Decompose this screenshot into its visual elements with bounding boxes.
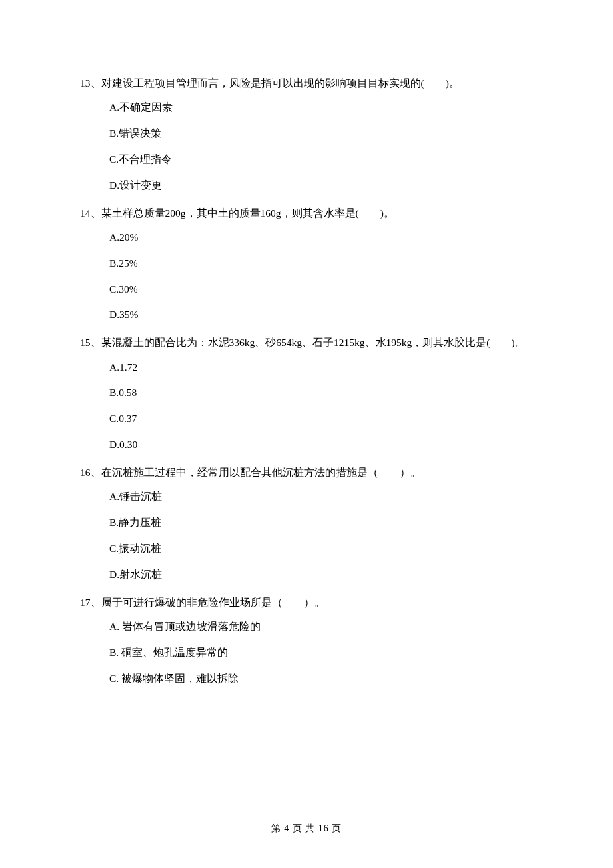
option-a: A. 岩体有冒顶或边坡滑落危险的 (109, 619, 533, 635)
question-13: 13、对建设工程项目管理而言，风险是指可以出现的影响项目目标实现的( )。 A.… (80, 73, 533, 194)
option-b: B.25% (109, 255, 533, 272)
options-list: A.20% B.25% C.30% D.35% (80, 229, 533, 323)
option-a: A.20% (109, 229, 533, 246)
option-b: B.0.58 (109, 385, 533, 401)
option-c: C. 被爆物体坚固，难以拆除 (109, 671, 533, 687)
option-a: A.1.72 (109, 359, 533, 376)
question-body: 某混凝土的配合比为：水泥336kg、砂654kg、石子1215kg、水195kg… (101, 337, 526, 348)
question-text: 16、在沉桩施工过程中，经常用以配合其他沉桩方法的措施是（ ）。 (80, 463, 533, 482)
question-text: 15、某混凝土的配合比为：水泥336kg、砂654kg、石子1215kg、水19… (80, 333, 533, 352)
question-14: 14、某土样总质量200g，其中土的质量160g，则其含水率是( )。 A.20… (80, 203, 533, 324)
question-body: 属于可进行爆破的非危险作业场所是（ ）。 (101, 597, 325, 608)
option-d: D.35% (109, 307, 533, 323)
question-body: 在沉桩施工过程中，经常用以配合其他沉桩方法的措施是（ ）。 (101, 467, 421, 478)
question-16: 16、在沉桩施工过程中，经常用以配合其他沉桩方法的措施是（ ）。 A.锤击沉桩 … (80, 463, 533, 583)
question-body: 对建设工程项目管理而言，风险是指可以出现的影响项目目标实现的( )。 (101, 77, 460, 89)
option-a: A.不确定因素 (109, 99, 533, 116)
question-number: 17、 (80, 597, 101, 608)
page-footer: 第 4 页 共 16 页 (0, 823, 613, 835)
options-list: A. 岩体有冒顶或边坡滑落危险的 B. 硐室、炮孔温度异常的 C. 被爆物体坚固… (80, 619, 533, 687)
question-text: 14、某土样总质量200g，其中土的质量160g，则其含水率是( )。 (80, 203, 533, 223)
option-c: C.振动沉桩 (109, 541, 533, 557)
option-c: C.0.37 (109, 411, 533, 427)
option-c: C.30% (109, 281, 533, 298)
question-text: 17、属于可进行爆破的非危险作业场所是（ ）。 (80, 593, 533, 612)
options-list: A.1.72 B.0.58 C.0.37 D.0.30 (80, 359, 533, 453)
question-17: 17、属于可进行爆破的非危险作业场所是（ ）。 A. 岩体有冒顶或边坡滑落危险的… (80, 593, 533, 687)
question-number: 13、 (80, 77, 101, 89)
option-d: D.射水沉桩 (109, 567, 533, 583)
question-number: 14、 (80, 207, 101, 219)
option-b: B.静力压桩 (109, 515, 533, 531)
option-a: A.锤击沉桩 (109, 489, 533, 505)
option-c: C.不合理指令 (109, 151, 533, 168)
question-number: 16、 (80, 467, 101, 478)
option-d: D.0.30 (109, 437, 533, 453)
option-d: D.设计变更 (109, 177, 533, 194)
options-list: A.不确定因素 B.错误决策 C.不合理指令 D.设计变更 (80, 99, 533, 193)
question-text: 13、对建设工程项目管理而言，风险是指可以出现的影响项目目标实现的( )。 (80, 73, 533, 93)
question-body: 某土样总质量200g，其中土的质量160g，则其含水率是( )。 (101, 207, 394, 219)
question-15: 15、某混凝土的配合比为：水泥336kg、砂654kg、石子1215kg、水19… (80, 333, 533, 453)
options-list: A.锤击沉桩 B.静力压桩 C.振动沉桩 D.射水沉桩 (80, 489, 533, 583)
option-b: B. 硐室、炮孔温度异常的 (109, 645, 533, 661)
question-number: 15、 (80, 337, 101, 348)
page-content: 13、对建设工程项目管理而言，风险是指可以出现的影响项目目标实现的( )。 A.… (0, 0, 613, 687)
option-b: B.错误决策 (109, 125, 533, 142)
